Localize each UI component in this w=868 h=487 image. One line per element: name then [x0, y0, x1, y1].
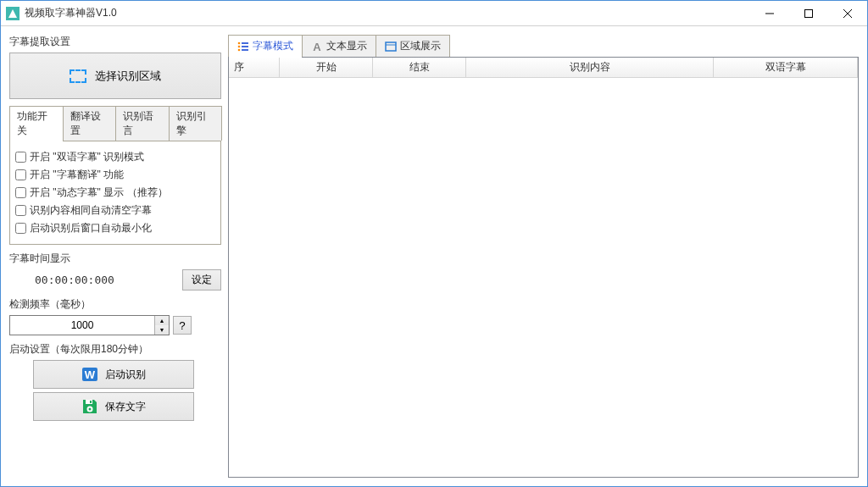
- window-title: 视频取字幕神器V1.0: [25, 6, 750, 20]
- app-icon: [6, 7, 19, 20]
- svg-point-11: [238, 42, 241, 44]
- svg-text:A: A: [313, 41, 321, 53]
- text-icon: A: [311, 41, 323, 53]
- checkbox-label: 开启 "双语字幕" 识别模式: [30, 150, 144, 164]
- spinner-down[interactable]: ▼: [155, 325, 169, 335]
- frequency-label: 检测频率（毫秒）: [9, 297, 221, 312]
- list-icon: [237, 41, 249, 53]
- select-region-button[interactable]: 选择识别区域: [9, 53, 221, 99]
- sub-tab-function-switch[interactable]: 功能开关: [9, 106, 64, 141]
- time-display-label: 字幕时间显示: [9, 252, 221, 266]
- left-panel: 字幕提取设置 选择识别区域 功能开关 翻译设置 识别语言 识别引擎 开启 "双语…: [9, 35, 221, 478]
- word-icon: W: [81, 366, 98, 383]
- checkbox-label: 开启 "字幕翻译" 功能: [30, 168, 124, 182]
- tab-label: 区域展示: [400, 39, 441, 53]
- svg-point-15: [238, 48, 241, 51]
- th-start[interactable]: 开始: [280, 58, 373, 77]
- svg-point-10: [89, 408, 92, 411]
- tab-label: 字幕模式: [253, 39, 293, 53]
- th-index[interactable]: 序: [229, 58, 280, 77]
- frequency-input[interactable]: [10, 316, 154, 335]
- svg-text:W: W: [85, 368, 96, 381]
- checkbox-auto-minimize[interactable]: 启动识别后窗口自动最小化: [15, 219, 215, 237]
- checkbox-input[interactable]: [15, 169, 26, 180]
- tab-region-display[interactable]: 区域展示: [376, 35, 450, 57]
- start-settings-label: 启动设置（每次限用180分钟）: [9, 342, 221, 357]
- svg-rect-18: [386, 42, 396, 51]
- checkbox-translate[interactable]: 开启 "字幕翻译" 功能: [15, 166, 215, 184]
- svg-rect-8: [90, 401, 92, 403]
- checkbox-input[interactable]: [15, 223, 26, 234]
- region-icon: [70, 69, 86, 83]
- close-button[interactable]: [828, 1, 867, 25]
- checkbox-auto-clear[interactable]: 识别内容相同自动清空字幕: [15, 202, 215, 219]
- sub-tab-translate-settings[interactable]: 翻译设置: [63, 106, 117, 141]
- minimize-button[interactable]: [750, 1, 789, 25]
- sub-tab-content: 开启 "双语字幕" 识别模式 开启 "字幕翻译" 功能 开启 "动态字幕" 显示…: [9, 141, 221, 245]
- checkbox-input[interactable]: [15, 152, 26, 163]
- select-region-label: 选择识别区域: [95, 69, 161, 84]
- settings-sub-tabs: 功能开关 翻译设置 识别语言 识别引擎: [9, 106, 221, 141]
- results-table: 序 开始 结束 识别内容 双语字幕: [228, 57, 859, 478]
- save-button-label: 保存文字: [105, 400, 146, 414]
- tab-text-display[interactable]: A 文本显示: [302, 35, 376, 57]
- checkbox-label: 开启 "动态字幕" 显示 （推荐）: [30, 185, 168, 200]
- time-set-button[interactable]: 设定: [182, 269, 221, 291]
- checkbox-bilingual-mode[interactable]: 开启 "双语字幕" 识别模式: [15, 148, 215, 166]
- time-value: 00:00:00:000: [35, 274, 114, 286]
- spinner-up[interactable]: ▲: [155, 316, 169, 325]
- table-header: 序 开始 结束 识别内容 双语字幕: [229, 58, 858, 78]
- table-body[interactable]: [229, 78, 858, 477]
- checkbox-input[interactable]: [15, 187, 26, 198]
- titlebar: 视频取字幕神器V1.0: [1, 1, 867, 26]
- main-tabs: 字幕模式 A 文本显示 区域展示: [228, 35, 859, 57]
- start-button-label: 启动识别: [105, 368, 146, 382]
- checkbox-input[interactable]: [15, 205, 26, 216]
- save-text-button[interactable]: 保存文字: [33, 392, 194, 421]
- checkbox-dynamic-subtitle[interactable]: 开启 "动态字幕" 显示 （推荐）: [15, 184, 215, 202]
- svg-marker-0: [8, 9, 17, 18]
- frequency-help-button[interactable]: ?: [173, 316, 192, 335]
- th-bilingual[interactable]: 双语字幕: [714, 58, 858, 77]
- checkbox-label: 识别内容相同自动清空字幕: [30, 203, 152, 218]
- tab-label: 文本显示: [326, 39, 367, 53]
- tab-subtitle-mode[interactable]: 字幕模式: [228, 35, 303, 57]
- right-panel: 字幕模式 A 文本显示 区域展示 序 开始: [228, 35, 859, 478]
- th-content[interactable]: 识别内容: [466, 58, 714, 77]
- frequency-spinner[interactable]: ▲ ▼: [9, 315, 170, 335]
- maximize-button[interactable]: [789, 1, 828, 25]
- svg-rect-2: [805, 9, 813, 17]
- sub-tab-recognize-engine[interactable]: 识别引擎: [169, 106, 223, 141]
- region-display-icon: [385, 41, 397, 53]
- checkbox-label: 启动识别后窗口自动最小化: [30, 221, 152, 235]
- start-recognition-button[interactable]: W 启动识别: [33, 360, 194, 389]
- svg-point-13: [238, 45, 241, 47]
- sub-tab-recognize-language[interactable]: 识别语言: [115, 106, 170, 141]
- extract-settings-label: 字幕提取设置: [9, 35, 221, 49]
- save-icon: [81, 398, 98, 415]
- th-end[interactable]: 结束: [373, 58, 466, 77]
